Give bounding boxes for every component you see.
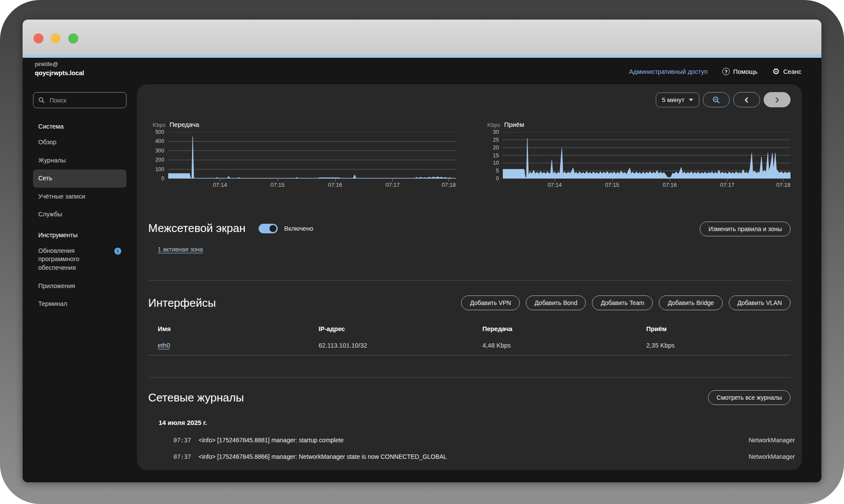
interval-dropdown[interactable]: 5 минут	[656, 93, 699, 107]
x-tick-mark	[278, 179, 278, 181]
x-tick-mark	[392, 179, 393, 181]
section-divider	[148, 377, 791, 378]
search-input[interactable]	[49, 96, 110, 104]
y-tick-label: 10	[493, 160, 499, 166]
log-time: 07:37	[173, 437, 194, 444]
sidebar-item-applications[interactable]: Приложения	[33, 277, 126, 295]
receive-y-axis: 051015202530	[483, 132, 500, 179]
add-bridge-button[interactable]: Добавить Bridge	[659, 295, 722, 310]
log-service: NetworkManager	[748, 453, 795, 460]
sidebar: Система Обзор Журналы Сеть Учётные запис…	[33, 92, 126, 313]
sidebar-group-tools: Инструменты	[33, 227, 126, 242]
add-vlan-button[interactable]: Добавить VLAN	[729, 295, 791, 310]
sidebar-item-overview[interactable]: Обзор	[33, 133, 126, 152]
zoom-out-button[interactable]	[703, 92, 730, 107]
x-tick-label: 07:14	[548, 182, 562, 188]
view-all-logs-button[interactable]: Смотреть все журналы	[708, 390, 791, 405]
y-tick-label: 400	[155, 138, 164, 144]
sidebar-item-accounts[interactable]: Учётные записи	[33, 188, 126, 206]
receive-chart: Kbps Приём 051015202530 07:1407:1507:160…	[483, 121, 791, 179]
interfaces-table-header: Имя IP-адрес Передача Приём	[148, 322, 791, 335]
receive-plot	[503, 132, 791, 179]
log-service: NetworkManager	[748, 437, 795, 444]
info-icon: i	[114, 248, 121, 255]
list-item[interactable]: 07:37 <info> [1752467845.8881] manager: …	[148, 432, 795, 448]
sidebar-item-label: Обзор	[38, 138, 56, 147]
receive-chart-unit: Kbps	[483, 122, 500, 128]
add-team-button[interactable]: Добавить Team	[592, 295, 653, 310]
host-block: pinklife@ qoycjrwpts.local	[35, 60, 84, 78]
gear-icon: ⚙	[772, 67, 780, 76]
transmit-plot	[168, 132, 456, 179]
sidebar-item-services[interactable]: Службы	[33, 206, 126, 224]
transmit-y-axis: 0100200300400500	[148, 132, 166, 179]
scroll-left-button[interactable]	[733, 92, 760, 107]
y-tick-label: 25	[493, 137, 499, 143]
interfaces-title: Интерфейсы	[148, 296, 216, 310]
interface-eth0-link[interactable]: eth0	[158, 342, 170, 349]
x-tick-label: 07:16	[663, 182, 677, 188]
transmit-chart: Kbps Передача 0100200300400500 07:1407:1…	[148, 121, 456, 179]
transmit-chart-title: Передача	[169, 121, 199, 128]
y-tick-label: 0	[496, 176, 499, 182]
chevron-right-icon	[774, 97, 780, 103]
add-bond-button[interactable]: Добавить Bond	[526, 295, 586, 310]
chevron-down-icon	[689, 99, 693, 101]
transmit-plot-area: 07:1407:1507:1607:1707:18	[168, 132, 456, 179]
session-label: Сеанс	[783, 68, 801, 75]
x-tick-label: 07:15	[605, 182, 619, 188]
log-message: <info> [1752467845.8881] manager: startu…	[199, 437, 740, 444]
x-tick-label: 07:17	[720, 182, 734, 188]
x-tick-label: 07:17	[385, 182, 400, 188]
firewall-toggle[interactable]	[259, 224, 278, 233]
x-tick-mark	[335, 179, 336, 181]
receive-chart-title: Приём	[504, 121, 524, 128]
y-tick-label: 20	[493, 145, 499, 151]
sidebar-item-label: Журналы	[38, 156, 66, 165]
active-zone-link[interactable]: 1 активная зона	[158, 246, 203, 253]
network-page-panel: 5 минут	[137, 84, 802, 470]
y-tick-label: 200	[155, 157, 164, 163]
sidebar-group-system: Система	[33, 119, 126, 133]
help-menu[interactable]: ? Помощь	[722, 68, 758, 75]
sidebar-item-label: Терминал	[38, 300, 67, 308]
y-tick-label: 5	[496, 168, 499, 174]
traffic-charts: Kbps Передача 0100200300400500 07:1407:1…	[148, 121, 791, 179]
interface-tx: 4,48 Kbps	[482, 342, 646, 349]
session-menu[interactable]: ⚙ Сеанс	[772, 67, 801, 76]
search-icon	[38, 97, 45, 103]
x-tick-mark	[220, 179, 220, 181]
sidebar-search[interactable]	[33, 92, 126, 108]
close-window-button[interactable]	[33, 33, 43, 43]
edit-rules-zones-button[interactable]: Изменить правила и зоны	[700, 222, 791, 236]
y-tick-label: 30	[493, 129, 499, 135]
logged-in-user: pinklife@	[35, 60, 84, 69]
cockpit-app: pinklife@ qoycjrwpts.local Административ…	[23, 58, 821, 482]
sidebar-item-network[interactable]: Сеть	[33, 169, 126, 188]
log-date-heading: 14 июля 2025 г.	[159, 419, 207, 426]
logs-header: Сетевые журналы Смотреть все журналы	[148, 390, 791, 405]
toggle-knob	[269, 225, 276, 232]
list-item[interactable]: 07:37 <info> [1752467845.8866] manager: …	[148, 448, 795, 465]
col-rx: Приём	[646, 325, 791, 332]
table-row[interactable]: eth0 62.113.101.10/32 4,48 Kbps 2,35 Kbp…	[148, 335, 791, 355]
interface-ip: 62.113.101.10/32	[319, 342, 482, 349]
y-tick-label: 100	[155, 166, 164, 172]
window-titlebar[interactable]	[23, 20, 821, 55]
masthead-actions: Административный доступ ? Помощь ⚙ Сеанс	[629, 67, 801, 76]
scroll-right-button[interactable]	[764, 92, 791, 107]
x-tick-mark	[670, 179, 670, 181]
sidebar-item-software-updates[interactable]: Обновления программного обеспечения i	[33, 242, 126, 277]
admin-access-button[interactable]: Административный доступ	[629, 68, 708, 75]
sidebar-item-terminal[interactable]: Терминал	[33, 295, 126, 313]
minimize-window-button[interactable]	[50, 33, 60, 43]
maximize-window-button[interactable]	[68, 33, 78, 43]
device-frame: pinklife@ qoycjrwpts.local Административ…	[0, 0, 844, 504]
sidebar-item-logs[interactable]: Журналы	[33, 152, 126, 170]
add-vpn-button[interactable]: Добавить VPN	[461, 295, 520, 310]
chevron-left-icon	[744, 97, 749, 103]
accent-strip	[23, 55, 821, 58]
log-message: <info> [1752467845.8866] manager: Networ…	[199, 453, 740, 460]
transmit-chart-unit: Kbps	[148, 122, 166, 128]
y-tick-label: 500	[155, 129, 164, 135]
